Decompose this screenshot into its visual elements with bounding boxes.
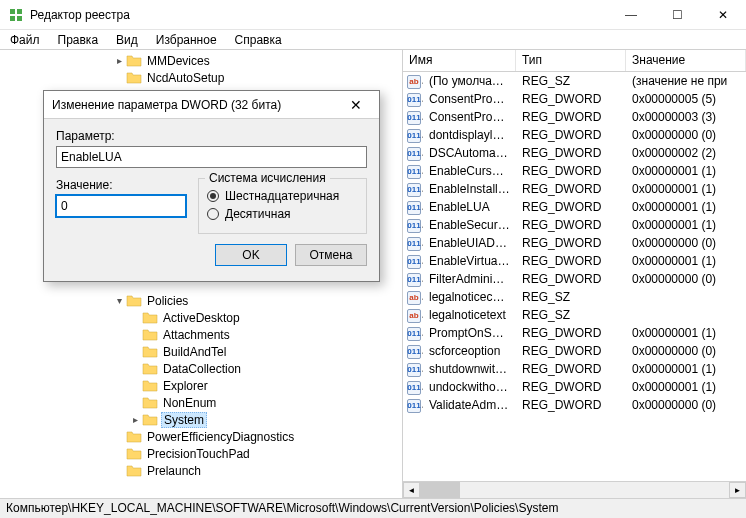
menu-edit[interactable]: Правка (50, 31, 107, 49)
tree-item[interactable]: ▸MMDevices (0, 52, 402, 69)
list-row[interactable]: 011undockwithoutl...REG_DWORD0x00000001 … (403, 378, 746, 396)
menu-help[interactable]: Справка (227, 31, 290, 49)
col-type[interactable]: Тип (516, 50, 626, 71)
list-scrollbar[interactable]: ◄ ► (403, 481, 746, 498)
svg-rect-3 (17, 16, 22, 21)
tree-label: ActiveDesktop (161, 311, 242, 325)
value-name: DSCAutomation... (423, 146, 516, 160)
list-row[interactable]: 011PromptOnSecur...REG_DWORD0x00000001 (… (403, 324, 746, 342)
tree-toggle-icon[interactable]: ▾ (112, 295, 126, 306)
value-type: REG_DWORD (516, 344, 626, 358)
value-data: 0x00000001 (1) (626, 254, 746, 268)
tree-label: DataCollection (161, 362, 243, 376)
tree-item[interactable]: Attachments (0, 326, 402, 343)
tree-label: NonEnum (161, 396, 218, 410)
list-row[interactable]: 011dontdisplaylastu...REG_DWORD0x0000000… (403, 126, 746, 144)
tree-item[interactable]: Explorer (0, 377, 402, 394)
list-row[interactable]: 011EnableSecureUI...REG_DWORD0x00000001 … (403, 216, 746, 234)
value-type: REG_DWORD (516, 200, 626, 214)
menu-view[interactable]: Вид (108, 31, 146, 49)
value-name: shutdownwitho... (423, 362, 516, 376)
scroll-thumb[interactable] (420, 482, 460, 498)
param-label: Параметр: (56, 129, 367, 143)
value-data: 0x00000001 (1) (626, 380, 746, 394)
tree-item[interactable]: PowerEfficiencyDiagnostics (0, 428, 402, 445)
tree-item[interactable]: NcdAutoSetup (0, 69, 402, 86)
tree-label: Explorer (161, 379, 210, 393)
tree-label: NcdAutoSetup (145, 71, 226, 85)
param-input[interactable] (56, 146, 367, 168)
value-type: REG_DWORD (516, 326, 626, 340)
value-name: legalnoticecapti... (423, 290, 516, 304)
tree-item[interactable]: ▾Policies (0, 292, 402, 309)
value-input[interactable] (56, 195, 186, 217)
value-type-icon: 011 (403, 271, 423, 287)
list-row[interactable]: 011EnableLUAREG_DWORD0x00000001 (1) (403, 198, 746, 216)
edit-dword-dialog: Изменение параметра DWORD (32 бита) ✕ Па… (43, 90, 380, 282)
list-row[interactable]: 011ConsentPrompt...REG_DWORD0x00000003 (… (403, 108, 746, 126)
tree-item[interactable]: PrecisionTouchPad (0, 445, 402, 462)
value-name: EnableInstallerD... (423, 182, 516, 196)
tree-item[interactable]: DataCollection (0, 360, 402, 377)
value-data: 0x00000001 (1) (626, 164, 746, 178)
list-header[interactable]: Имя Тип Значение (403, 50, 746, 72)
tree-item[interactable]: Prelaunch (0, 462, 402, 479)
list-row[interactable]: 011EnableInstallerD...REG_DWORD0x0000000… (403, 180, 746, 198)
list-row[interactable]: ab(По умолчанию)REG_SZ(значение не при (403, 72, 746, 90)
radio-hex[interactable] (207, 190, 219, 202)
scroll-right[interactable]: ► (729, 482, 746, 498)
value-type-icon: ab (403, 289, 423, 305)
close-button[interactable]: ✕ (700, 0, 746, 29)
value-type-icon: ab (403, 73, 423, 89)
dialog-close-button[interactable]: ✕ (341, 97, 371, 113)
tree-item[interactable]: NonEnum (0, 394, 402, 411)
list-row[interactable]: 011ValidateAdminC...REG_DWORD0x00000000 … (403, 396, 746, 414)
value-type: REG_DWORD (516, 236, 626, 250)
maximize-button[interactable]: ☐ (654, 0, 700, 29)
tree-item[interactable]: ActiveDesktop (0, 309, 402, 326)
radio-hex-row[interactable]: Шестнадцатеричная (207, 189, 358, 203)
value-type: REG_DWORD (516, 92, 626, 106)
tree-toggle-icon[interactable]: ▸ (112, 55, 126, 66)
tree-toggle-icon[interactable]: ▸ (128, 414, 142, 425)
list-row[interactable]: 011FilterAdministra...REG_DWORD0x0000000… (403, 270, 746, 288)
list-row[interactable]: 011scforceoptionREG_DWORD0x00000000 (0) (403, 342, 746, 360)
radio-dec[interactable] (207, 208, 219, 220)
tree-label: Attachments (161, 328, 232, 342)
tree-item[interactable]: BuildAndTel (0, 343, 402, 360)
app-icon (8, 7, 24, 23)
menubar: Файл Правка Вид Избранное Справка (0, 30, 746, 50)
list-row[interactable]: ablegalnoticetextREG_SZ (403, 306, 746, 324)
list-row[interactable]: 011ConsentPrompt...REG_DWORD0x00000005 (… (403, 90, 746, 108)
value-name: FilterAdministra... (423, 272, 516, 286)
list-row[interactable]: 011EnableCursorSu...REG_DWORD0x00000001 … (403, 162, 746, 180)
menu-file[interactable]: Файл (2, 31, 48, 49)
col-name[interactable]: Имя (403, 50, 516, 71)
value-name: undockwithoutl... (423, 380, 516, 394)
tree-label: PowerEfficiencyDiagnostics (145, 430, 296, 444)
cancel-button[interactable]: Отмена (295, 244, 367, 266)
list-row[interactable]: 011EnableUIADeskt...REG_DWORD0x00000000 … (403, 234, 746, 252)
list-row[interactable]: ablegalnoticecapti...REG_SZ (403, 288, 746, 306)
list-row[interactable]: 011shutdownwitho...REG_DWORD0x00000001 (… (403, 360, 746, 378)
menu-fav[interactable]: Избранное (148, 31, 225, 49)
value-type: REG_DWORD (516, 146, 626, 160)
value-data: 0x00000001 (1) (626, 326, 746, 340)
list-row[interactable]: 011DSCAutomation...REG_DWORD0x00000002 (… (403, 144, 746, 162)
list-row[interactable]: 011EnableVirtualizat...REG_DWORD0x000000… (403, 252, 746, 270)
radio-dec-row[interactable]: Десятичная (207, 207, 358, 221)
value-label: Значение: (56, 178, 186, 192)
value-type: REG_DWORD (516, 272, 626, 286)
ok-button[interactable]: OK (215, 244, 287, 266)
list-pane[interactable]: Имя Тип Значение ab(По умолчанию)REG_SZ(… (403, 50, 746, 498)
minimize-button[interactable]: — (608, 0, 654, 29)
radix-group-title: Система исчисления (205, 171, 330, 185)
statusbar: Компьютер\HKEY_LOCAL_MACHINE\SOFTWARE\Mi… (0, 498, 746, 518)
value-type: REG_DWORD (516, 254, 626, 268)
col-value[interactable]: Значение (626, 50, 746, 71)
value-data: (значение не при (626, 74, 746, 88)
tree-item[interactable]: ▸System (0, 411, 402, 428)
scroll-left[interactable]: ◄ (403, 482, 420, 498)
titlebar: Редактор реестра — ☐ ✕ (0, 0, 746, 30)
tree-label: PrecisionTouchPad (145, 447, 252, 461)
